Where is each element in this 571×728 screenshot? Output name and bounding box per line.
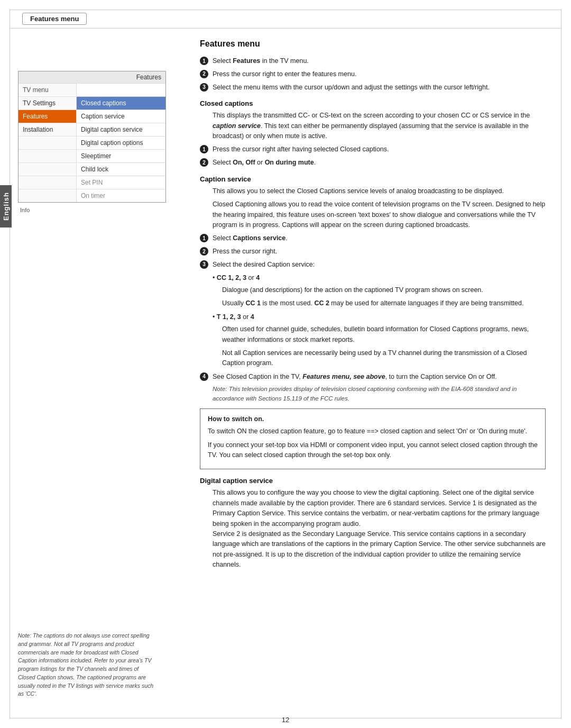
menu-left-tv-menu: TV menu — [19, 84, 77, 96]
num-3: 3 — [200, 83, 208, 92]
cs-num-1: 1 — [200, 234, 208, 242]
menu-left-empty1 — [19, 136, 77, 149]
cc-item-2: 2 Select On, Off or On during mute. — [200, 158, 546, 168]
intro-item-3: 3 Select the menu items with the cursor … — [200, 83, 546, 93]
switch-box: How to switch on. To switch ON the close… — [200, 408, 546, 470]
menu-row-tv-settings: TV Settings Closed captions — [19, 97, 165, 110]
menu-right-set-pin[interactable]: Set PIN — [77, 176, 165, 189]
info-label: Info — [20, 207, 181, 213]
caption-service-title: Caption service — [200, 175, 546, 183]
menu-right-closed-captions[interactable]: Closed captions — [77, 97, 165, 110]
digital-caption-service-body: This allows you to configure the way you… — [213, 488, 546, 570]
menu-row-child-lock: Child lock — [19, 163, 165, 176]
menu-box: Features TV menu TV Settings Closed capt… — [18, 71, 166, 203]
menu-left-tv-settings: TV Settings — [19, 97, 77, 110]
menu-left-empty5 — [19, 189, 77, 202]
cc-num-2: 2 — [200, 158, 208, 167]
switch-box-line2: If you connect your set-top box via HDMI… — [208, 440, 538, 461]
cs-item-4: 4 See Closed Caption in the TV, Features… — [200, 372, 546, 382]
cc-text-1: Press the cursor right after having sele… — [213, 144, 389, 154]
cs-item-1: 1 Select Captions service. — [200, 233, 546, 243]
digital-caption-service-title: Digital caption service — [200, 477, 546, 485]
switch-box-line1: To switch ON the closed caption feature,… — [208, 426, 538, 436]
cs-num-4: 4 — [200, 372, 208, 381]
cs-num-3: 3 — [200, 260, 208, 269]
page-number: 12 — [282, 716, 289, 724]
bullet-t-desc2: Not all Caption services are necessarily… — [222, 348, 546, 369]
info-note: Note: The captions do not always use cor… — [18, 632, 155, 698]
menu-left-installation: Installation — [19, 123, 77, 136]
num-1: 1 — [200, 57, 208, 65]
intro-text-3: Select the menu items with the cursor up… — [213, 83, 490, 93]
page-title: Features menu — [200, 39, 546, 49]
bullet-t: T 1, 2, 3 or 4 — [213, 312, 546, 322]
cs-item-2: 2 Press the cursor right. — [200, 247, 546, 257]
menu-right-child-lock[interactable]: Child lock — [77, 163, 165, 176]
intro-item-1: 1 Select Features in the TV menu. — [200, 56, 546, 66]
intro-text-2: Press the cursor right to enter the feat… — [213, 69, 356, 79]
cs-text-2: Press the cursor right. — [213, 247, 277, 257]
bullet-cc-desc1: Dialogue (and descriptions) for the acti… — [222, 285, 546, 295]
num-2: 2 — [200, 70, 208, 78]
menu-top-label: Features — [19, 71, 165, 84]
menu-right-tv-menu — [77, 84, 165, 96]
cc-item-1: 1 Press the cursor right after having se… — [200, 144, 546, 154]
menu-row-installation: Installation Digital caption service — [19, 123, 165, 136]
cs-item-3: 3 Select the desired Caption service: — [200, 260, 546, 270]
menu-row: TV menu — [19, 84, 165, 97]
caption-service-body2: Closed Captioning allows you to read the… — [213, 199, 546, 230]
right-panel: Features menu 1 Select Features in the T… — [189, 29, 561, 709]
cs-text-1: Select Captions service. — [213, 233, 288, 243]
menu-left-features[interactable]: Features — [19, 110, 77, 123]
menu-right-caption-service[interactable]: Caption service — [77, 110, 165, 123]
bullet-cc: CC 1, 2, 3 or 4 — [213, 273, 546, 283]
menu-row-set-pin: Set PIN — [19, 176, 165, 189]
menu-row-digital-caption-options: Digital caption options — [19, 136, 165, 150]
menu-left-empty3 — [19, 163, 77, 176]
closed-captions-title: Closed captions — [200, 99, 546, 107]
note-italic: Note: This television provides display o… — [213, 385, 546, 403]
bullet-cc-desc2: Usually CC 1 is the most used. CC 2 may … — [222, 298, 546, 308]
menu-right-digital-caption-options[interactable]: Digital caption options — [77, 136, 165, 149]
menu-left-empty2 — [19, 150, 77, 162]
bullet-t-desc1: Often used for channel guide, schedules,… — [222, 324, 546, 345]
cs-num-2: 2 — [200, 247, 208, 256]
intro-item-2: 2 Press the cursor right to enter the fe… — [200, 69, 546, 79]
cc-num-1: 1 — [200, 145, 208, 153]
header-title: Features menu — [22, 13, 87, 25]
intro-text-1: Select Features in the TV menu. — [213, 56, 309, 66]
cs-text-3: Select the desired Caption service: — [213, 260, 315, 270]
menu-right-sleeptimer[interactable]: Sleeptimer — [77, 150, 165, 162]
menu-right-on-timer[interactable]: On timer — [77, 189, 165, 202]
closed-captions-body: This displays the transmitted CC- or CS-… — [213, 111, 546, 141]
main-content: Features TV menu TV Settings Closed capt… — [10, 29, 561, 709]
caption-service-body1: This allows you to select the Closed Cap… — [213, 186, 546, 196]
left-panel: Features TV menu TV Settings Closed capt… — [10, 29, 189, 709]
switch-box-title: How to switch on. — [208, 414, 538, 424]
menu-row-on-timer: On timer — [19, 189, 165, 202]
menu-right-digital-caption-service[interactable]: Digital caption service — [77, 123, 165, 136]
cc-text-2: Select On, Off or On during mute. — [213, 158, 316, 168]
header-bar: Features menu — [10, 10, 561, 29]
menu-row-features: Features Caption service — [19, 110, 165, 123]
cs-text-4: See Closed Caption in the TV, Features m… — [213, 372, 497, 382]
menu-left-empty4 — [19, 176, 77, 189]
menu-row-sleeptimer: Sleeptimer — [19, 150, 165, 163]
